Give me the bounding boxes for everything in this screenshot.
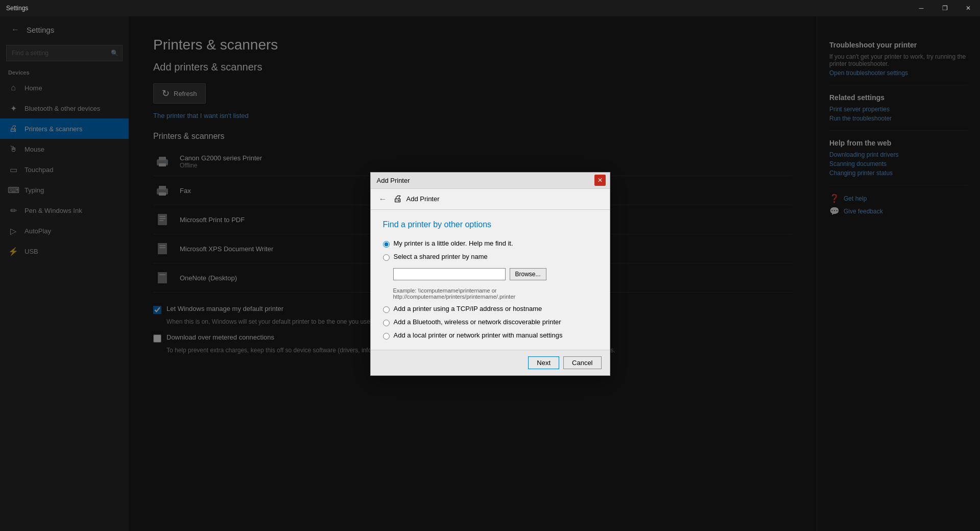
radio-older[interactable] [383,241,390,248]
radio-label-shared[interactable]: Select a shared printer by name [394,253,488,260]
modal-nav: ← 🖨 Add Printer [371,189,610,210]
radio-label-tcp[interactable]: Add a printer using a TCP/IP address or … [394,305,542,312]
modal-printer-icon: 🖨 [393,194,402,204]
restore-button[interactable]: ❐ [933,0,957,16]
radio-label-bluetooth[interactable]: Add a Bluetooth, wireless or network dis… [394,318,561,326]
browse-button[interactable]: Browse... [510,268,546,280]
modal-radio-group: My printer is a little older. Help me fi… [383,239,597,340]
minimize-button[interactable]: ─ [910,0,933,16]
modal-close-button[interactable]: ✕ [594,175,606,186]
radio-item-local: Add a local printer or network printer w… [383,331,597,340]
titlebar-title: Settings [6,5,28,12]
titlebar: Settings ─ ❐ ✕ [0,0,980,16]
radio-item-tcp: Add a printer using a TCP/IP address or … [383,305,597,313]
radio-label-older[interactable]: My printer is a little older. Help me fi… [394,239,513,247]
radio-item-older: My printer is a little older. Help me fi… [383,239,597,248]
titlebar-controls: ─ ❐ ✕ [910,0,980,16]
radio-tcp[interactable] [383,306,390,313]
radio-local[interactable] [383,333,390,340]
close-button[interactable]: ✕ [957,0,980,16]
radio-bluetooth[interactable] [383,320,390,326]
add-printer-modal: Add Printer ✕ ← 🖨 Add Printer Find a pri… [370,172,610,376]
modal-title-row: Add Printer [377,177,410,184]
modal-titlebar: Add Printer ✕ [371,173,610,189]
modal-back-button[interactable]: ← [377,193,389,205]
example-text: Example: \\computername\printername or h… [393,287,597,300]
radio-label-local[interactable]: Add a local printer or network printer w… [394,331,563,339]
modal-body: Find a printer by other options My print… [371,210,610,350]
modal-footer: Next Cancel [371,350,610,375]
shared-printer-sub: Browse... [393,268,597,280]
modal-heading: Find a printer by other options [383,220,597,229]
radio-shared[interactable] [383,254,390,261]
modal-title-text: Add Printer [377,177,410,184]
shared-printer-input[interactable] [393,268,506,280]
cancel-button[interactable]: Cancel [563,356,601,369]
next-button[interactable]: Next [528,356,559,369]
modal-nav-title: Add Printer [407,195,440,203]
radio-item-shared: Select a shared printer by name [383,253,597,261]
modal-overlay: Add Printer ✕ ← 🖨 Add Printer Find a pri… [0,16,980,531]
radio-item-bluetooth: Add a Bluetooth, wireless or network dis… [383,318,597,326]
